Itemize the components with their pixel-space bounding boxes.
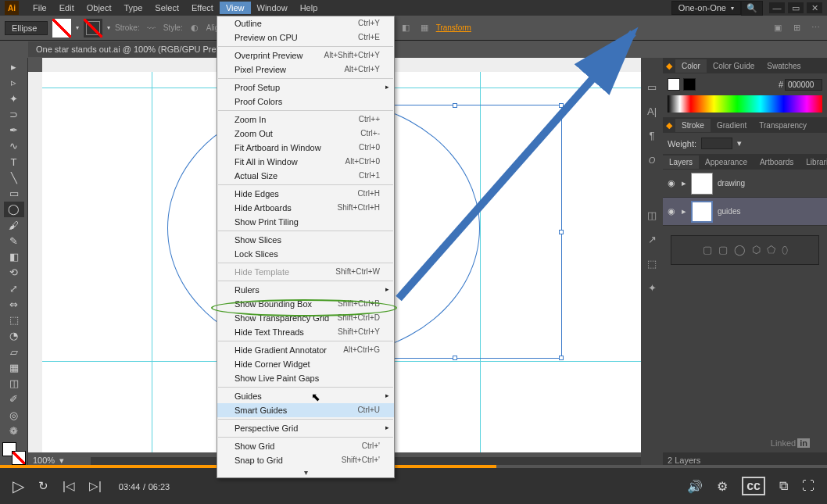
selection-tool[interactable]: ▸ <box>4 59 24 74</box>
menu-item-hide-artboards[interactable]: Hide ArtboardsShift+Ctrl+H <box>217 201 394 215</box>
menu-item-perspective-grid[interactable]: Perspective Grid▸ <box>217 421 394 435</box>
tab-libraries[interactable]: Libraries <box>800 155 827 169</box>
menu-item-hide-edges[interactable]: Hide EdgesCtrl+H <box>217 187 394 201</box>
menu-item-actual-size[interactable]: Actual SizeCtrl+1 <box>217 169 394 183</box>
tab-appearance[interactable]: Appearance <box>699 155 754 169</box>
panel-icon[interactable]: O <box>649 154 656 166</box>
tab-transparency[interactable]: Transparency <box>753 119 813 132</box>
menu-item-preview-on-cpu[interactable]: Preview on CPUCtrl+E <box>217 30 394 45</box>
menu-type[interactable]: Type <box>118 2 149 14</box>
menu-edit[interactable]: Edit <box>53 2 81 14</box>
workspace-selector[interactable]: One-on-One▾ <box>671 1 741 15</box>
menu-file[interactable]: File <box>27 2 53 14</box>
ellipse-tool[interactable]: ◯ <box>4 202 24 216</box>
menu-item-proof-colors[interactable]: Proof Colors <box>217 95 394 109</box>
menu-item-hide-corner-widget[interactable]: Hide Corner Widget <box>217 357 394 371</box>
shape-line-icon[interactable]: ⬯ <box>782 244 788 256</box>
fill-stroke-swatch[interactable] <box>2 442 26 465</box>
panel-menu-icon[interactable]: ⋯ <box>808 21 822 35</box>
settings-icon[interactable]: ⚙ <box>717 479 728 494</box>
gradient-tool[interactable]: ◫ <box>4 376 24 391</box>
isolate-icon[interactable]: ▣ <box>771 21 785 35</box>
eraser-tool[interactable]: ◧ <box>4 249 24 264</box>
prev-button[interactable]: |◁ <box>63 479 75 493</box>
panel-icon[interactable]: ◫ <box>647 209 657 221</box>
menu-item-fit-artboard-in-window[interactable]: Fit Artboard in WindowCtrl+0 <box>217 141 394 155</box>
width-tool[interactable]: ⇔ <box>4 297 24 312</box>
prefs-icon[interactable]: ⊞ <box>789 21 804 35</box>
menu-window[interactable]: Window <box>251 2 294 14</box>
rotate-tool[interactable]: ⟲ <box>4 265 24 280</box>
color-spectrum[interactable] <box>668 95 822 113</box>
transform-link[interactable]: Transform <box>436 23 471 32</box>
menu-item-hide-template[interactable]: Hide TemplateShift+Ctrl+W <box>217 265 394 279</box>
eyedropper-tool[interactable]: ✐ <box>4 391 24 406</box>
menu-item-snap-to-grid[interactable]: Snap to GridShift+Ctrl+' <box>217 453 394 467</box>
layer-row[interactable]: ◉ ▸ drawing <box>663 170 827 198</box>
panel-icon[interactable]: ⬚ <box>647 258 657 270</box>
minimize-button[interactable]: — <box>769 2 785 13</box>
menu-object[interactable]: Object <box>81 2 118 14</box>
tab-gradient[interactable]: Gradient <box>711 119 753 132</box>
shape-star-icon[interactable]: ⬠ <box>767 244 775 256</box>
magic-wand-tool[interactable]: ✦ <box>4 91 24 106</box>
search-docs[interactable]: 🔍 <box>741 1 763 16</box>
tab-artboards[interactable]: Artboards <box>754 155 800 169</box>
direct-selection-tool[interactable]: ▹ <box>4 75 24 90</box>
menu-item-lock-slices[interactable]: Lock Slices <box>217 247 394 261</box>
pencil-tool[interactable]: ✎ <box>4 234 24 248</box>
align-icon[interactable]: ▦ <box>417 21 431 35</box>
menu-view[interactable]: View <box>220 2 251 14</box>
curvature-tool[interactable]: ∿ <box>4 138 24 153</box>
tab-swatches[interactable]: Swatches <box>761 59 807 73</box>
panel-icon[interactable]: A| <box>647 105 657 117</box>
tab-color-guide[interactable]: Color Guide <box>707 59 761 73</box>
stroke-swatch[interactable] <box>84 19 102 38</box>
stroke-weight-input[interactable] <box>701 138 732 149</box>
skip-back-button[interactable]: ↻ <box>38 479 48 493</box>
menu-item-hide-text-threads[interactable]: Hide Text ThreadsShift+Ctrl+Y <box>217 325 394 339</box>
pip-icon[interactable]: ⧉ <box>779 479 788 493</box>
menu-item-pixel-preview[interactable]: Pixel PreviewAlt+Ctrl+Y <box>217 63 394 77</box>
menu-item-smart-guides[interactable]: Smart GuidesCtrl+U <box>217 403 394 417</box>
visibility-icon[interactable]: ◉ <box>666 206 677 216</box>
menu-item-show-grid[interactable]: Show GridCtrl+' <box>217 439 394 453</box>
hex-input[interactable] <box>785 79 822 91</box>
layer-row[interactable]: ◉ ▸ guides <box>663 198 827 226</box>
panel-icon[interactable]: ▭ <box>647 81 657 93</box>
shape-roundrect-icon[interactable]: ▢ <box>718 244 728 256</box>
captions-button[interactable]: cc <box>742 477 765 495</box>
perspective-tool[interactable]: ▱ <box>4 345 24 359</box>
shape-polygon-icon[interactable]: ⬡ <box>752 244 761 256</box>
menu-item-show-transparency-grid[interactable]: Show Transparency GridShift+Ctrl+D <box>217 311 394 325</box>
menu-item-show-live-paint-gaps[interactable]: Show Live Paint Gaps <box>217 371 394 385</box>
shape-selector[interactable]: Ellipse <box>5 21 48 35</box>
opacity-icon[interactable]: ◐ <box>188 21 202 35</box>
shape-ellipse-icon[interactable]: ◯ <box>734 244 746 256</box>
lasso-tool[interactable]: ⊃ <box>4 107 24 122</box>
panel-icon[interactable]: ¶ <box>650 130 655 141</box>
visibility-icon[interactable]: ◉ <box>666 178 677 188</box>
pen-tool[interactable]: ✒ <box>4 123 24 138</box>
menu-item-zoom-in[interactable]: Zoom InCtrl++ <box>217 113 394 127</box>
menu-item-guides[interactable]: Guides▸ <box>217 389 394 403</box>
type-tool[interactable]: T <box>4 155 24 170</box>
menu-item-zoom-out[interactable]: Zoom OutCtrl+- <box>217 127 394 141</box>
blend-tool[interactable]: ◎ <box>4 408 24 423</box>
menu-item-show-bounding-box[interactable]: Show Bounding BoxShift+Ctrl+B <box>217 297 394 311</box>
free-transform-tool[interactable]: ⬚ <box>4 313 24 327</box>
menu-item-show-print-tiling[interactable]: Show Print Tiling <box>217 215 394 229</box>
menu-item-hide-gradient-annotator[interactable]: Hide Gradient AnnotatorAlt+Ctrl+G <box>217 343 394 357</box>
maximize-button[interactable]: ▭ <box>788 2 804 13</box>
fullscreen-icon[interactable]: ⛶ <box>802 479 814 493</box>
panel-icon[interactable]: ✦ <box>648 282 657 294</box>
fill-color[interactable] <box>668 78 680 91</box>
menu-effect[interactable]: Effect <box>185 2 220 14</box>
menu-item-outline[interactable]: OutlineCtrl+Y <box>217 16 394 30</box>
zoom-level[interactable]: 100% <box>33 456 55 465</box>
brush-tool[interactable]: 🖌 <box>4 218 24 233</box>
menu-item-overprint-preview[interactable]: Overprint PreviewAlt+Shift+Ctrl+Y <box>217 48 394 63</box>
tab-layers[interactable]: Layers <box>663 155 699 169</box>
brush-icon[interactable]: 〰 <box>145 21 159 35</box>
symbol-tool[interactable]: ❁ <box>4 424 24 438</box>
